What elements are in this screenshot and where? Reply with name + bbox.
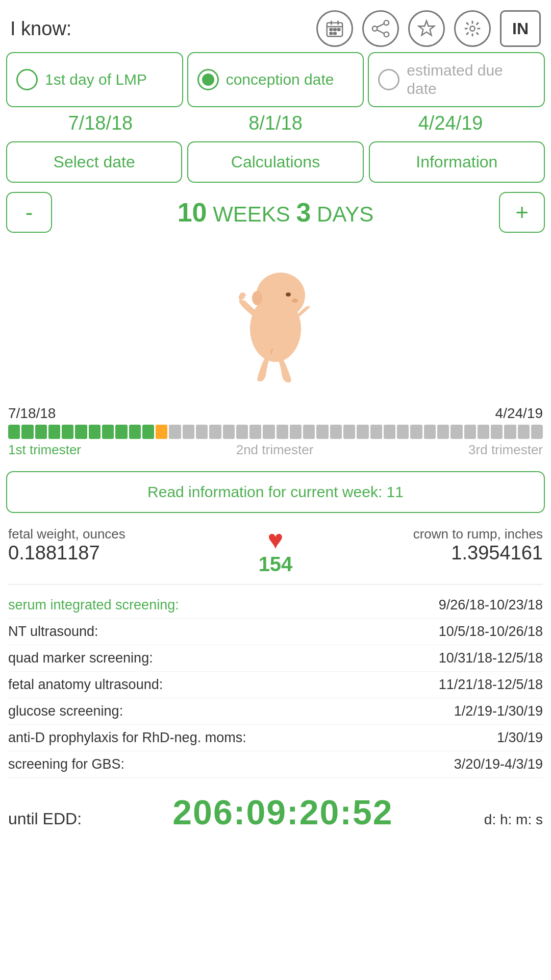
screening-row: NT ultrasound:10/5/18-10/26/18 [8, 619, 543, 645]
svg-line-20 [466, 22, 468, 24]
share-icon[interactable] [362, 10, 399, 47]
svg-line-12 [377, 24, 384, 28]
screening-row: serum integrated screening:9/26/18-10/23… [8, 592, 543, 619]
radio-conception[interactable]: conception date [187, 52, 364, 107]
screening-label: serum integrated screening: [8, 597, 179, 613]
svg-line-23 [466, 33, 468, 35]
svg-rect-5 [334, 29, 336, 31]
lmp-date: 7/18/18 [68, 112, 133, 134]
svg-point-15 [470, 26, 475, 31]
heart-icon: ♥ [268, 526, 284, 553]
edd-row: until EDD: 206:09:20:52 d: h: m: s [0, 782, 551, 842]
heart-count: 154 [259, 553, 293, 576]
week-row: - 10 WEEKS 3 DAYS + [0, 188, 551, 237]
svg-line-13 [377, 30, 384, 34]
fetus-image [219, 250, 332, 393]
svg-point-27 [292, 299, 298, 303]
radio-conception-inner [202, 74, 214, 86]
screening-label: screening for GBS: [8, 756, 124, 772]
edd-countdown: 206:09:20:52 [172, 792, 393, 832]
screening-row: glucose screening:1/2/19-1/30/19 [8, 698, 543, 725]
svg-line-21 [477, 33, 479, 35]
svg-point-11 [384, 32, 389, 37]
screening-label: fetal anatomy ultrasound: [8, 677, 163, 693]
trimester-3-label: 3rd trimester [468, 442, 543, 458]
screening-value: 10/31/18-12/5/18 [439, 650, 543, 666]
svg-rect-6 [338, 29, 340, 31]
screening-row: screening for GBS:3/20/19-4/3/19 [8, 751, 543, 778]
in-button[interactable]: IN [500, 10, 541, 47]
fetal-weight-value: 0.1881187 [8, 542, 240, 564]
screening-value: 1/2/19-1/30/19 [454, 703, 543, 719]
radio-lmp-circle [16, 69, 38, 90]
screening-value: 1/30/19 [497, 730, 543, 746]
trimester-labels: 1st trimester 2nd trimester 3rd trimeste… [8, 442, 543, 458]
screening-value: 3/20/19-4/3/19 [454, 756, 543, 772]
dates-row: 7/18/18 8/1/18 4/24/19 [0, 107, 551, 141]
radio-edd-label: estimated due date [407, 61, 535, 98]
svg-line-22 [477, 22, 479, 24]
screening-label: quad marker screening: [8, 650, 153, 666]
edd-units: d: h: m: s [484, 812, 543, 828]
radio-edd-circle [378, 69, 399, 90]
divider [8, 584, 543, 585]
select-date-button[interactable]: Select date [6, 141, 182, 183]
settings-icon[interactable] [454, 10, 491, 47]
screening-label: glucose screening: [8, 703, 123, 719]
screening-value: 10/5/18-10/26/18 [439, 624, 543, 640]
top-icons: IN [316, 10, 541, 47]
progress-bar [8, 425, 543, 439]
progress-start-date: 7/18/18 [8, 405, 56, 422]
minus-button[interactable]: - [6, 192, 52, 233]
svg-point-26 [286, 292, 291, 297]
plus-button[interactable]: + [499, 192, 545, 233]
heart-stat: ♥ 154 [245, 526, 306, 576]
radio-edd[interactable]: estimated due date [368, 52, 545, 107]
weeks-number: 10 [178, 198, 207, 227]
information-button[interactable]: Information [369, 141, 545, 183]
screening-row: quad marker screening:10/31/18-12/5/18 [8, 645, 543, 672]
star-icon[interactable] [408, 10, 445, 47]
screening-row: anti-D prophylaxis for RhD-neg. moms:1/3… [8, 725, 543, 751]
fetus-container [0, 237, 551, 400]
screening-table: serum integrated screening:9/26/18-10/23… [0, 588, 551, 782]
progress-dates: 7/18/18 4/24/19 [8, 405, 543, 422]
stats-row: fetal weight, ounces 0.1881187 ♥ 154 cro… [0, 521, 551, 581]
svg-point-10 [372, 26, 378, 31]
crown-rump-stat: crown to rump, inches 1.3954161 [311, 526, 543, 564]
crown-rump-value: 1.3954161 [311, 542, 543, 564]
trimester-2-label: 2nd trimester [236, 442, 314, 458]
calculations-button[interactable]: Calculations [187, 141, 363, 183]
edd-date: 4/24/19 [418, 112, 483, 134]
svg-point-25 [256, 273, 305, 318]
svg-rect-8 [334, 33, 336, 35]
radio-lmp[interactable]: 1st day of LMP [6, 52, 183, 107]
svg-point-9 [384, 20, 389, 26]
progress-end-date: 4/24/19 [495, 405, 543, 422]
screening-label: anti-D prophylaxis for RhD-neg. moms: [8, 730, 246, 746]
edd-label: until EDD: [8, 810, 82, 828]
days-label: DAYS [311, 202, 373, 226]
week-display: 10 WEEKS 3 DAYS [58, 197, 493, 228]
svg-point-28 [252, 291, 262, 305]
days-number: 3 [296, 198, 311, 227]
screening-value: 9/26/18-10/23/18 [439, 597, 543, 613]
radio-conception-label: conception date [226, 70, 334, 89]
fetal-weight-stat: fetal weight, ounces 0.1881187 [8, 526, 240, 564]
svg-rect-4 [330, 29, 333, 31]
svg-marker-14 [419, 21, 434, 36]
progress-section: 7/18/18 4/24/19 1st trimester 2nd trimes… [0, 400, 551, 463]
fetal-weight-label: fetal weight, ounces [8, 526, 240, 542]
calendar-icon[interactable] [316, 10, 353, 47]
info-week-button[interactable]: Read information for current week: 11 [6, 471, 545, 513]
radio-conception-circle [197, 69, 219, 90]
radio-options: 1st day of LMP conception date estimated… [0, 52, 551, 107]
weeks-label: WEEKS [207, 202, 296, 226]
crown-rump-label: crown to rump, inches [311, 526, 543, 542]
conception-date: 8/1/18 [248, 112, 303, 134]
trimester-1-label: 1st trimester [8, 442, 81, 458]
radio-lmp-label: 1st day of LMP [45, 70, 147, 89]
top-bar: I know: [0, 0, 551, 52]
screening-row: fetal anatomy ultrasound:11/21/18-12/5/1… [8, 672, 543, 698]
action-buttons: Select date Calculations Information [0, 141, 551, 183]
